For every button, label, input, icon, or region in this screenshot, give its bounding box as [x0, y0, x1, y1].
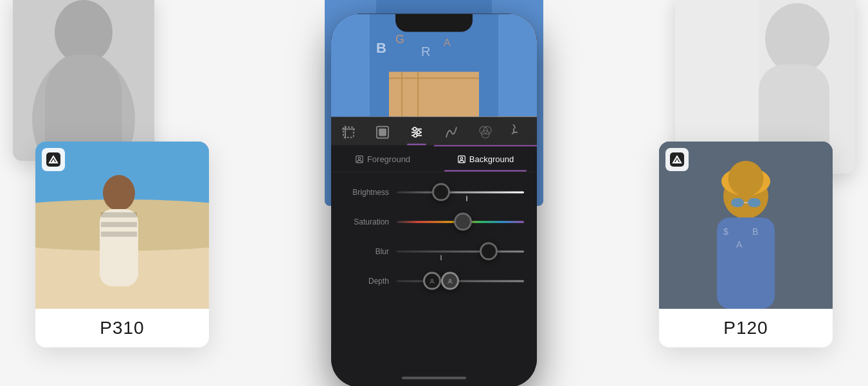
- phone-notch: [395, 14, 473, 32]
- depth-track: [397, 280, 524, 282]
- phone-sliders: Brightness Saturation: [331, 172, 537, 372]
- svg-text:G: G: [395, 33, 404, 46]
- main-scene: P310 $ A B: [0, 0, 868, 386]
- depth-label: Depth: [344, 277, 389, 286]
- toolbar-filter[interactable]: [375, 125, 390, 140]
- card-p310[interactable]: P310: [35, 142, 209, 347]
- blur-label: Blur: [344, 247, 389, 256]
- brightness-tick: [466, 196, 467, 201]
- svg-point-75: [449, 279, 451, 281]
- svg-point-71: [358, 157, 361, 160]
- saturation-track-container[interactable]: [397, 212, 524, 232]
- svg-point-66: [414, 134, 417, 137]
- svg-text:R: R: [421, 44, 430, 59]
- card-p120-logo: [665, 148, 689, 171]
- slider-row-blur: Blur: [344, 242, 524, 261]
- svg-point-65: [417, 131, 420, 134]
- depth-track-container[interactable]: [397, 271, 524, 291]
- svg-rect-60: [379, 129, 386, 136]
- toolbar-color[interactable]: [478, 125, 493, 140]
- brightness-track-container[interactable]: [397, 183, 524, 202]
- depth-thumb-2[interactable]: [441, 272, 459, 290]
- toolbar-adjust[interactable]: [409, 125, 424, 140]
- blur-tick: [440, 255, 442, 261]
- toolbar-crop[interactable]: [341, 125, 356, 140]
- phone-device: B G R A: [331, 14, 537, 386]
- tab-background-label: Background: [469, 154, 514, 164]
- svg-point-64: [413, 127, 417, 131]
- svg-point-21: [721, 167, 770, 196]
- tab-background[interactable]: Background: [434, 147, 537, 172]
- svg-point-73: [460, 157, 463, 160]
- svg-rect-13: [101, 222, 137, 227]
- brightness-thumb[interactable]: [432, 183, 450, 201]
- saturation-label: Saturation: [344, 217, 389, 226]
- svg-text:B: B: [376, 40, 386, 56]
- toolbar-history[interactable]: [512, 125, 527, 140]
- card-p120[interactable]: $ A B P120: [659, 142, 833, 347]
- toolbar-curves[interactable]: [444, 125, 459, 140]
- brightness-label: Brightness: [344, 188, 389, 197]
- brightness-track: [397, 191, 524, 193]
- svg-point-20: [723, 174, 768, 219]
- tab-foreground[interactable]: Foreground: [331, 147, 434, 172]
- bg-image-top-left: [13, 0, 154, 161]
- card-p120-image: $ A B: [659, 142, 833, 309]
- slider-row-saturation: Saturation: [344, 212, 524, 232]
- blur-track: [397, 250, 524, 252]
- tab-foreground-label: Foreground: [367, 154, 410, 164]
- svg-text:B: B: [752, 226, 758, 237]
- phone-home-area: [331, 372, 537, 386]
- blur-track-container[interactable]: [397, 242, 524, 261]
- slider-row-brightness: Brightness: [344, 183, 524, 202]
- svg-rect-14: [101, 232, 137, 237]
- card-p120-label: P120: [659, 309, 833, 347]
- svg-rect-22: [731, 198, 744, 207]
- phone-toolbar: [331, 117, 537, 145]
- svg-point-1: [55, 0, 113, 64]
- card-p310-label: P310: [35, 309, 209, 347]
- phone-tabs: Foreground Background: [331, 147, 537, 172]
- saturation-thumb[interactable]: [454, 213, 472, 231]
- depth-thumb-1[interactable]: [423, 272, 441, 290]
- svg-point-10: [103, 175, 135, 211]
- home-bar[interactable]: [402, 377, 466, 380]
- card-p310-image: [35, 142, 209, 309]
- svg-text:A: A: [444, 37, 451, 48]
- slider-row-depth: Depth: [344, 271, 524, 291]
- svg-rect-12: [101, 212, 137, 217]
- svg-point-74: [431, 279, 433, 281]
- phone-screen: B G R A: [331, 14, 537, 386]
- svg-rect-11: [100, 209, 138, 286]
- svg-rect-23: [748, 198, 761, 207]
- blur-thumb[interactable]: [480, 243, 498, 261]
- svg-text:$: $: [723, 226, 728, 237]
- svg-point-4: [765, 3, 829, 74]
- card-p310-logo: [42, 148, 65, 171]
- svg-text:A: A: [736, 239, 743, 250]
